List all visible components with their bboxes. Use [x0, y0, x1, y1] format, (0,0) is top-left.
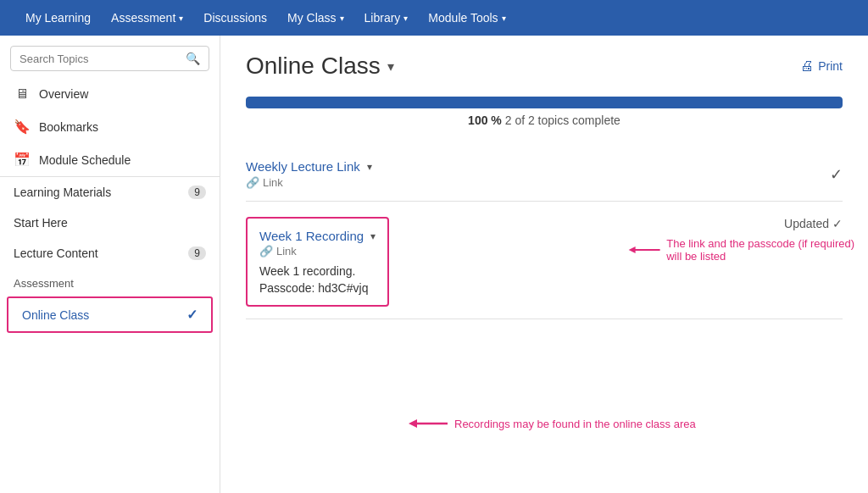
badge-learning-materials: 9: [188, 186, 206, 199]
overview-icon: 🖥: [14, 86, 31, 102]
chevron-down-icon: ▾: [179, 14, 183, 23]
week1-passcode: Passcode: hd3C#vjq: [259, 281, 376, 295]
week1-type: 🔗 Link: [259, 245, 376, 258]
week1-chevron-icon: ▾: [370, 230, 376, 242]
progress-text: 100 % 2 of 2 topics complete: [246, 114, 843, 127]
link-icon: 🔗: [246, 176, 259, 189]
print-icon: 🖨: [800, 58, 814, 74]
sidebar-section-learning-materials[interactable]: Learning Materials 9: [0, 177, 220, 208]
topic-week1-recording: Week 1 Recording ▾ 🔗 Link Week 1 recordi…: [246, 202, 843, 319]
sidebar-section-lecture-content[interactable]: Lecture Content 9: [0, 238, 220, 269]
topic-chevron-icon: ▾: [367, 161, 372, 173]
nav-module-tools[interactable]: Module Tools ▾: [420, 4, 514, 31]
sidebar-item-bookmarks[interactable]: 🔖 Bookmarks: [0, 110, 220, 143]
topic-row: Weekly Lecture Link ▾ 🔗 Link ✓: [246, 159, 843, 189]
topic-complete-icon: ✓: [830, 165, 843, 184]
title-chevron-icon[interactable]: ▾: [387, 58, 394, 75]
sidebar: 🔍 🖥 Overview 🔖 Bookmarks 📅 Module Schedu…: [0, 36, 220, 493]
calendar-icon: 📅: [14, 152, 31, 168]
nav-my-class[interactable]: My Class ▾: [279, 4, 353, 31]
main-header: Online Class ▾ 🖨 Print: [246, 53, 843, 80]
search-bar[interactable]: 🔍: [10, 46, 209, 71]
annotation-2-text: Recordings may be found in the online cl…: [454, 418, 696, 430]
updated-checkmark-icon: ✓: [832, 217, 843, 230]
nav-discussions[interactable]: Discussions: [195, 4, 275, 31]
progress-bar-fill: [246, 97, 843, 108]
week1-body-text: Week 1 recording.: [259, 264, 376, 278]
annotation-2: Recordings may be found in the online cl…: [407, 415, 696, 432]
topic-type: 🔗 Link: [246, 176, 372, 189]
progress-section: 100 % 2 of 2 topics complete: [246, 97, 843, 127]
sidebar-section-assessment-label: Assessment: [0, 269, 220, 293]
search-icon: 🔍: [186, 52, 200, 65]
nav-library[interactable]: Library ▾: [356, 4, 417, 31]
updated-badge: Updated ✓: [784, 217, 843, 230]
topic-row-week1: Week 1 Recording ▾ 🔗 Link Week 1 recordi…: [246, 213, 843, 307]
topic-title-weekly-lecture[interactable]: Weekly Lecture Link: [246, 159, 360, 174]
sidebar-item-online-class[interactable]: Online Class ✓: [7, 296, 213, 333]
sidebar-section-start-here[interactable]: Start Here: [0, 208, 220, 238]
topic-weekly-lecture: Weekly Lecture Link ▾ 🔗 Link ✓: [246, 147, 843, 202]
search-input[interactable]: [19, 53, 186, 65]
bookmark-icon: 🔖: [14, 119, 31, 135]
chevron-down-icon: ▾: [403, 14, 408, 23]
svg-marker-3: [409, 419, 417, 428]
page-title: Online Class ▾: [246, 53, 394, 80]
chevron-down-icon: ▾: [502, 14, 506, 23]
week1-title-row: Week 1 Recording ▾: [259, 229, 376, 243]
progress-bar-container: [246, 97, 843, 108]
complete-checkmark-icon: ✓: [186, 307, 198, 323]
week1-title[interactable]: Week 1 Recording: [259, 229, 364, 243]
week1-link-icon: 🔗: [259, 245, 273, 258]
topic-left: Weekly Lecture Link ▾ 🔗 Link: [246, 159, 372, 189]
badge-lecture-content: 9: [188, 246, 206, 260]
nav-my-learning[interactable]: My Learning: [17, 4, 99, 31]
online-class-link[interactable]: Online Class: [22, 308, 89, 322]
arrow-left-icon-2: [407, 415, 449, 432]
print-button[interactable]: 🖨 Print: [800, 58, 843, 74]
week1-recording-box: Week 1 Recording ▾ 🔗 Link Week 1 recordi…: [246, 217, 389, 307]
chevron-down-icon: ▾: [340, 14, 344, 23]
sidebar-item-module-schedule[interactable]: 📅 Module Schedule: [0, 143, 220, 176]
top-navigation: My Learning Assessment ▾ Discussions My …: [0, 0, 868, 36]
sidebar-item-overview[interactable]: 🖥 Overview: [0, 78, 220, 110]
main-content: Online Class ▾ 🖨 Print 100 % 2 of 2 topi…: [220, 36, 868, 493]
nav-assessment[interactable]: Assessment ▾: [103, 4, 192, 31]
